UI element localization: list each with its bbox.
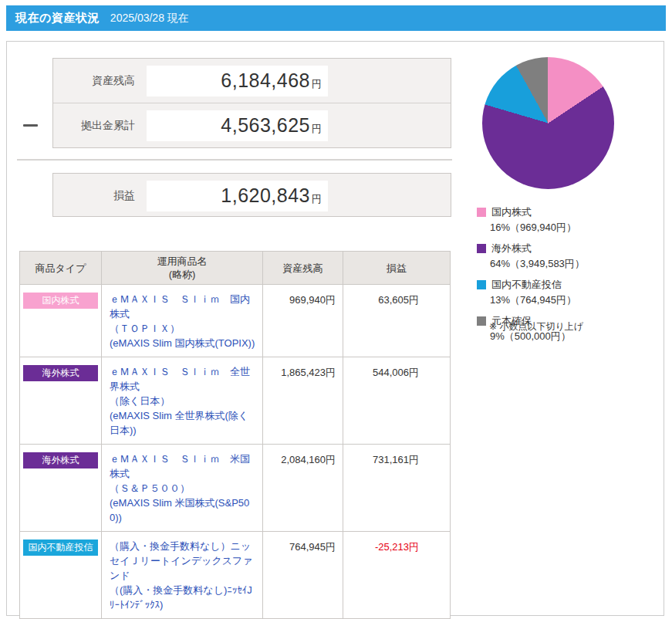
product-type-badge: 海外株式 <box>23 452 98 468</box>
asset-balance-value: 6,184,468 <box>221 69 310 92</box>
fund-name-link[interactable]: ｅＭＡＸＩＳ Ｓｌｉｍ 米国株式 （Ｓ＆Ｐ５００） (eMAXIS Slim 米… <box>102 445 263 532</box>
profit-loss-cell: 731,161円 <box>343 445 451 532</box>
balance-cell: 969,940円 <box>263 285 343 357</box>
balance-cell: 1,865,423円 <box>263 357 343 445</box>
legend-value: 13%（764,945円） <box>477 293 654 307</box>
equals-divider <box>17 159 452 161</box>
legend-item: 国内不動産投信13%（764,945円） <box>477 278 654 307</box>
as-of-date: 2025/03/28 現在 <box>110 12 189 25</box>
table-header-row: 商品タイプ 運用商品名 (略称) 資産残高 損益 <box>20 252 451 285</box>
main-panel: 資産残高 6,184,468 円 拠出金累計 4,563,625 円 損益 1,… <box>6 41 664 616</box>
legend-swatch <box>477 280 486 289</box>
legend-swatch <box>477 244 486 253</box>
profit-loss-box: 損益 1,620,843 円 <box>52 173 451 217</box>
column-header-balance: 資産残高 <box>263 252 343 285</box>
table-row: 海外株式 ｅＭＡＸＩＳ Ｓｌｉｍ 米国株式 （Ｓ＆Ｐ５００） (eMAXIS S… <box>20 445 451 532</box>
legend-swatch <box>477 208 486 217</box>
column-header-profit-loss: 損益 <box>343 252 451 285</box>
column-header-product-name: 運用商品名 (略称) <box>102 252 263 285</box>
table-row: 国内株式 ｅＭＡＸＩＳ Ｓｌｉｍ 国内株式 （ＴＯＰＩＸ） (eMAXIS Sl… <box>20 285 451 357</box>
fund-name-link[interactable]: ｅＭＡＸＩＳ Ｓｌｉｍ 国内株式 （ＴＯＰＩＸ） (eMAXIS Slim 国内… <box>102 285 263 357</box>
legend-item: 国内株式16%（969,940円） <box>477 205 654 235</box>
product-type-badge: 国内不動産投信 <box>23 540 98 556</box>
balance-cell: 764,945円 <box>263 532 343 619</box>
profit-loss-label: 損益 <box>53 189 135 203</box>
asset-status-page: 現在の資産状況 2025/03/28 現在 資産残高 6,184,468 円 拠… <box>0 0 672 619</box>
yen-suffix: 円 <box>312 122 322 136</box>
legend-swatch <box>477 316 486 326</box>
product-type-badge: 国内株式 <box>23 293 98 309</box>
profit-loss-cell: -25,213円 <box>343 532 451 619</box>
yen-suffix: 円 <box>312 192 322 206</box>
table-row: 海外株式 ｅＭＡＸＩＳ Ｓｌｉｍ 全世界株式 （除く日本） (eMAXIS Sl… <box>20 357 451 445</box>
profit-loss-cell: 544,006円 <box>343 357 451 445</box>
contribution-total-label: 拠出金累計 <box>53 119 135 133</box>
yen-suffix: 円 <box>312 77 322 91</box>
legend-value: 16%（969,940円） <box>477 221 654 235</box>
rounding-note: ※ 小数点以下切り上げ <box>489 320 583 333</box>
product-type-badge: 海外株式 <box>23 365 98 381</box>
holdings-table: 商品タイプ 運用商品名 (略称) 資産残高 損益 国内株式 ｅＭＡＸＩＳ Ｓｌｉ… <box>19 251 451 619</box>
column-header-product-type: 商品タイプ <box>20 252 102 285</box>
balance-cell: 2,084,160円 <box>263 445 343 532</box>
legend-label: 国内不動産投信 <box>491 278 562 292</box>
legend-label: 国内株式 <box>491 205 532 219</box>
profit-loss-value: 1,620,843 <box>221 184 310 207</box>
fund-name-link[interactable]: ｅＭＡＸＩＳ Ｓｌｉｍ 全世界株式 （除く日本） (eMAXIS Slim 全世… <box>102 357 263 445</box>
fund-name-link[interactable]: （購入・換金手数料なし）ニッセイＪリートインデックスファンド （(購入・換金手数… <box>102 532 263 619</box>
asset-balance-value-box: 6,184,468 円 <box>147 66 328 96</box>
page-title-bar: 現在の資産状況 2025/03/28 現在 <box>6 5 666 31</box>
contribution-total-value-box: 4,563,625 円 <box>147 110 328 141</box>
asset-balance-row: 資産残高 6,184,468 円 <box>53 59 451 103</box>
profit-loss-cell: 63,605円 <box>343 285 451 357</box>
profit-loss-value-box: 1,620,843 円 <box>147 181 328 211</box>
legend-label: 海外株式 <box>491 242 532 255</box>
asset-balance-label: 資産残高 <box>53 74 135 88</box>
legend-item: 海外株式64%（3,949,583円） <box>477 242 654 271</box>
page-title: 現在の資産状況 <box>15 11 100 25</box>
table-row: 国内不動産投信 （購入・換金手数料なし）ニッセイＪリートインデックスファンド （… <box>20 532 451 619</box>
balance-contribution-box: 資産残高 6,184,468 円 拠出金累計 4,563,625 円 <box>52 58 451 148</box>
profit-loss-row: 損益 1,620,843 円 <box>53 174 451 218</box>
allocation-pie-chart <box>482 57 614 189</box>
legend-value: 64%（3,949,583円） <box>477 257 654 271</box>
contribution-total-row: 拠出金累計 4,563,625 円 <box>53 103 451 147</box>
contribution-total-value: 4,563,625 <box>221 114 310 137</box>
minus-operator-icon <box>23 124 38 127</box>
